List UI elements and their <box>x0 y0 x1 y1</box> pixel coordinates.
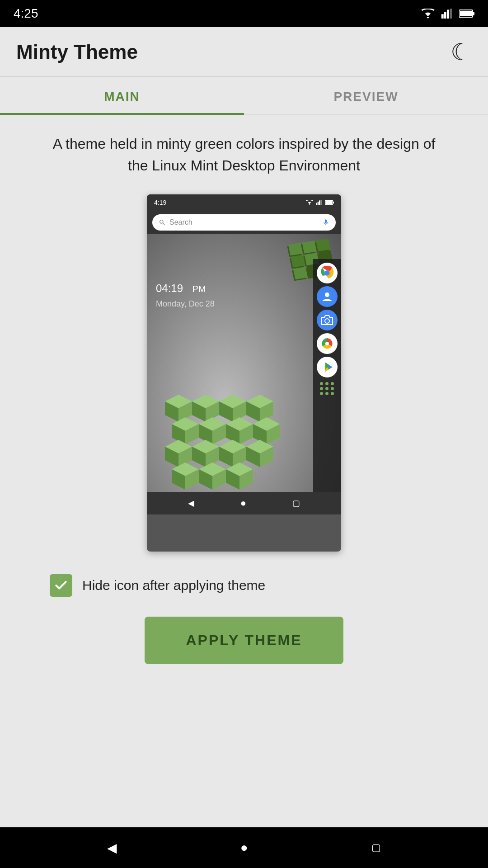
tab-bar: MAIN PREVIEW <box>0 77 488 115</box>
svg-point-62 <box>325 292 329 297</box>
contacts-dock-icon <box>317 286 338 307</box>
tab-main[interactable]: MAIN <box>0 77 244 114</box>
phone-time: 4:19 <box>154 199 166 206</box>
phone-wallpaper: 04:19 PM Monday, Dec 28 <box>147 234 341 514</box>
signal-icon <box>441 9 453 19</box>
phone-nav-bar: ◀ ● ▢ <box>147 492 341 514</box>
top-cube <box>288 243 303 255</box>
svg-rect-9 <box>319 200 320 205</box>
svg-rect-2 <box>447 9 449 19</box>
wifi-icon <box>421 9 435 19</box>
battery-icon <box>459 9 474 18</box>
phone-clock: 04:19 PM Monday, Dec 28 <box>156 270 215 309</box>
phone-search-icon <box>159 219 166 226</box>
apply-theme-button[interactable]: APPLY THEME <box>145 617 343 664</box>
app-bar: Minty Theme ☾ <box>0 27 488 77</box>
svg-rect-8 <box>318 202 319 205</box>
main-content: A theme held in minty green colors inspi… <box>0 115 488 827</box>
hide-icon-label: Hide icon after applying theme <box>82 578 265 593</box>
phone-battery-icon <box>325 200 334 205</box>
svg-rect-7 <box>316 203 317 205</box>
top-cube <box>302 241 316 254</box>
chrome-dock-icon <box>317 263 338 283</box>
camera-dock-icon <box>317 310 338 330</box>
svg-rect-12 <box>333 202 334 204</box>
phone-dock <box>313 259 341 492</box>
phone-dock-dots <box>320 382 334 395</box>
system-recents-button[interactable]: ▢ <box>371 842 381 854</box>
phone-date-display: Monday, Dec 28 <box>156 299 215 309</box>
hide-icon-row: Hide icon after applying theme <box>50 574 265 597</box>
night-mode-icon[interactable]: ☾ <box>450 38 472 66</box>
phone-preview: 4:19 <box>147 194 341 552</box>
phone-search-text: Search <box>169 218 192 226</box>
status-icons <box>421 9 474 19</box>
phone-search-inner: Search <box>152 214 336 231</box>
status-time: 4:25 <box>14 6 38 21</box>
tab-preview[interactable]: PREVIEW <box>244 77 488 114</box>
app-title: Minty Theme <box>16 41 138 63</box>
phone-recents-button: ▢ <box>292 498 300 508</box>
svg-rect-5 <box>473 12 474 15</box>
phone-home-button: ● <box>240 497 246 509</box>
photos-dock-icon <box>317 333 338 354</box>
cubes-grid <box>151 365 287 492</box>
svg-rect-6 <box>460 11 472 16</box>
phone-mic-icon <box>322 219 329 226</box>
status-bar: 4:25 <box>0 0 488 27</box>
svg-rect-10 <box>320 200 322 205</box>
phone-status-bar: 4:19 <box>147 194 341 211</box>
phone-time-display: 04:19 PM <box>156 270 215 297</box>
svg-rect-1 <box>444 12 446 19</box>
system-back-button[interactable]: ◀ <box>107 840 117 855</box>
phone-signal-icon <box>316 200 322 205</box>
phone-wifi-icon <box>306 200 313 205</box>
system-home-button[interactable]: ● <box>240 840 248 855</box>
svg-point-66 <box>325 342 329 345</box>
hide-icon-checkbox[interactable] <box>50 574 72 597</box>
phone-search-bar: Search <box>147 211 341 234</box>
top-cube <box>293 267 308 279</box>
play-dock-icon <box>317 357 338 377</box>
theme-description: A theme held in minty green colors inspi… <box>41 133 447 176</box>
bottom-nav-bar: ◀ ● ▢ <box>0 827 488 868</box>
svg-rect-0 <box>441 14 444 19</box>
svg-rect-13 <box>325 201 332 204</box>
checkmark-icon <box>54 578 68 593</box>
top-cube <box>291 255 305 268</box>
phone-back-button: ◀ <box>188 498 194 508</box>
svg-rect-3 <box>450 9 452 19</box>
top-cube <box>316 239 330 251</box>
